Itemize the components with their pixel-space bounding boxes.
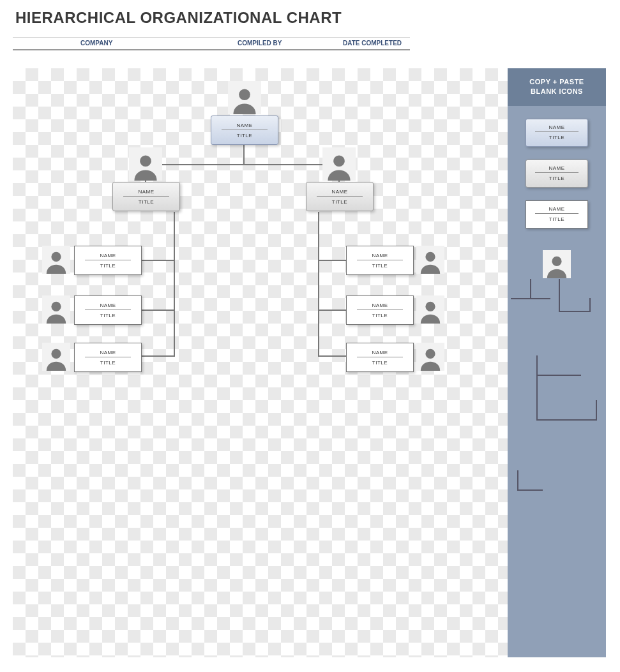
person-icon[interactable] (42, 246, 70, 274)
node-name: NAME (100, 302, 116, 308)
node-title: TITLE (100, 263, 116, 269)
date-completed-label: DATE COMPLETED (343, 40, 402, 47)
node-name: NAME (100, 253, 116, 258)
person-icon[interactable] (416, 343, 444, 371)
org-node-leaf[interactable]: NAME TITLE (74, 295, 142, 325)
person-icon[interactable] (322, 147, 356, 181)
node-title: TITLE (372, 313, 388, 318)
node-title: TITLE (372, 263, 388, 269)
org-node-leaf[interactable]: NAME TITLE (346, 246, 414, 275)
connector (174, 212, 175, 355)
node-title: TITLE (237, 133, 252, 138)
sidebar-title: COPY + PASTE BLANK ICONS (508, 68, 606, 106)
svg-point-5 (51, 349, 61, 359)
connector (140, 355, 175, 357)
org-chart-canvas[interactable]: NAME TITLE NAME TITLE NAME TITLE (13, 68, 508, 657)
node-title: TITLE (332, 199, 347, 205)
org-node-leaf[interactable]: NAME TITLE (74, 343, 142, 372)
blank-connector-branch[interactable] (508, 355, 606, 432)
blank-card-white[interactable]: NAME TITLE (525, 200, 588, 228)
node-name: NAME (100, 350, 116, 355)
company-label: COMPANY (80, 40, 112, 47)
sidebar-title-line2: BLANK ICONS (511, 87, 602, 96)
org-node-leaf[interactable]: NAME TITLE (74, 246, 142, 275)
sidebar-title-line1: COPY + PASTE (511, 77, 602, 87)
node-name: NAME (372, 302, 388, 308)
connector (318, 260, 347, 261)
node-title: TITLE (100, 313, 116, 318)
blank-person-icon[interactable] (543, 250, 571, 278)
node-title: TITLE (139, 199, 154, 205)
node-title: TITLE (549, 135, 564, 140)
connector (140, 260, 175, 261)
svg-point-7 (425, 302, 435, 311)
svg-point-1 (140, 155, 151, 167)
blank-connector-l[interactable] (508, 483, 606, 515)
person-icon[interactable] (129, 147, 162, 181)
node-name: NAME (548, 206, 564, 212)
svg-point-6 (425, 252, 435, 262)
connector (318, 355, 347, 357)
svg-point-3 (51, 252, 61, 262)
node-name: NAME (138, 189, 154, 195)
node-title: TITLE (549, 175, 564, 181)
info-header: COMPANY COMPILED BY DATE COMPLETED (13, 37, 410, 50)
node-title: TITLE (549, 216, 564, 222)
connector (140, 310, 175, 311)
node-name: NAME (548, 124, 564, 130)
blank-connector-tree[interactable] (508, 279, 606, 336)
connector (145, 164, 340, 165)
connector (318, 212, 319, 355)
svg-point-4 (51, 302, 61, 311)
node-name: NAME (331, 189, 347, 195)
org-node-leaf[interactable]: NAME TITLE (346, 295, 414, 325)
org-node-manager[interactable]: NAME TITLE (306, 182, 374, 211)
node-title: TITLE (372, 360, 388, 366)
person-icon[interactable] (228, 81, 261, 114)
person-icon[interactable] (42, 343, 70, 371)
connector (243, 145, 245, 164)
svg-point-0 (239, 89, 250, 100)
page-title: HIERARCHICAL ORGANIZATIONAL CHART (0, 0, 620, 37)
person-icon[interactable] (416, 246, 444, 274)
blank-card-grey[interactable]: NAME TITLE (525, 160, 588, 188)
person-icon[interactable] (42, 295, 70, 324)
compiled-by-label: COMPILED BY (238, 40, 282, 47)
org-node-leaf[interactable]: NAME TITLE (346, 343, 414, 372)
blank-card-blue[interactable]: NAME TITLE (525, 119, 588, 147)
connector (318, 310, 347, 311)
svg-point-2 (333, 155, 345, 167)
node-name: NAME (236, 123, 252, 128)
svg-point-8 (425, 349, 435, 359)
person-icon[interactable] (416, 295, 444, 324)
node-title: TITLE (100, 360, 116, 366)
node-name: NAME (372, 350, 388, 355)
node-name: NAME (548, 165, 564, 171)
node-name: NAME (372, 253, 388, 258)
org-node-root[interactable]: NAME TITLE (211, 116, 278, 145)
svg-point-9 (552, 257, 561, 266)
blank-icons-sidebar: COPY + PASTE BLANK ICONS NAME TITLE NAME… (508, 68, 606, 657)
org-node-manager[interactable]: NAME TITLE (112, 182, 180, 211)
